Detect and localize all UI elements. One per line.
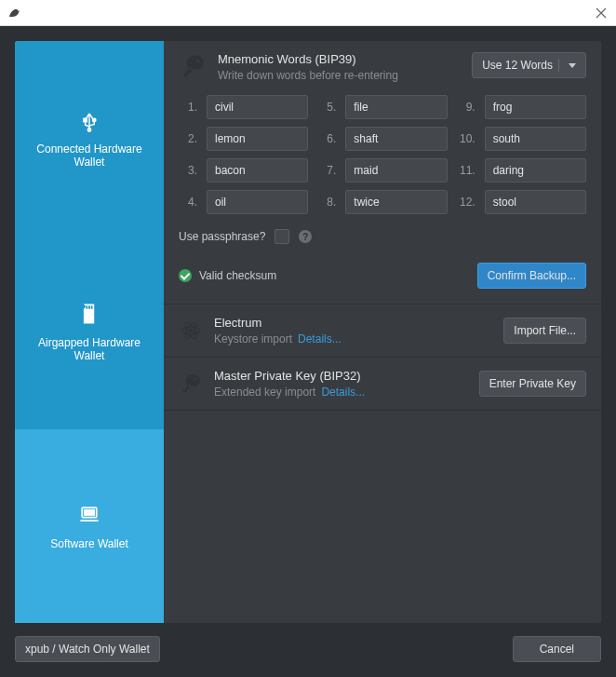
checksum-status: Valid checksum [179, 269, 276, 282]
close-icon[interactable] [594, 6, 609, 20]
chevron-down-icon [569, 63, 576, 68]
key-icon [179, 372, 203, 396]
svg-rect-3 [87, 306, 88, 310]
sidebar-item-software[interactable]: Software Wallet [15, 429, 164, 623]
word-input-3[interactable] [207, 158, 308, 183]
word-input-2[interactable] [207, 127, 308, 151]
word-index: 5. [317, 101, 336, 114]
check-circle-icon [179, 269, 192, 282]
atom-icon [179, 318, 203, 343]
import-file-button[interactable]: Import File... [503, 318, 586, 344]
watch-only-button[interactable]: xpub / Watch Only Wallet [15, 636, 160, 662]
electrum-panel: Electrum Keystore import Details... Impo… [164, 305, 601, 358]
cancel-button[interactable]: Cancel [513, 636, 601, 662]
electrum-title: Electrum [214, 316, 492, 330]
word-index: 7. [317, 164, 336, 177]
sidebar-item-airgapped-hw[interactable]: Airgapped Hardware Wallet [15, 235, 164, 428]
word-input-8[interactable] [345, 190, 447, 214]
word-count-label: Use 12 Words [482, 59, 553, 72]
word-input-1[interactable] [207, 95, 308, 119]
word-index: 11. [457, 164, 475, 177]
word-input-6[interactable] [345, 127, 447, 151]
electrum-details-link[interactable]: Details... [298, 332, 341, 345]
word-index: 1. [179, 101, 197, 114]
word-count-dropdown[interactable]: Use 12 Words [472, 52, 586, 78]
svg-rect-1 [84, 118, 87, 122]
mpk-title: Master Private Key (BIP32) [214, 369, 468, 383]
svg-point-11 [189, 329, 192, 332]
checksum-status-label: Valid checksum [199, 269, 276, 282]
laptop-icon [76, 502, 102, 528]
svg-rect-7 [84, 509, 95, 516]
mnemonic-words-grid: 1. 5. 9. 2. 6. 10. 3. 7. 11. 4. 8. 12. [179, 95, 586, 214]
word-input-4[interactable] [207, 190, 308, 214]
confirm-backup-button[interactable]: Confirm Backup... [477, 263, 586, 289]
usb-icon [76, 107, 102, 133]
sdcard-icon [76, 301, 102, 327]
sidebar-item-label: Connected Hardware Wallet [22, 142, 156, 169]
word-index: 12. [457, 196, 475, 209]
sidebar-item-connected-hw[interactable]: Connected Hardware Wallet [15, 41, 164, 235]
word-input-12[interactable] [485, 190, 586, 214]
word-index: 6. [317, 132, 336, 145]
passphrase-label: Use passphrase? [179, 230, 265, 243]
word-index: 9. [457, 101, 475, 114]
word-input-7[interactable] [345, 158, 447, 183]
svg-rect-5 [91, 306, 93, 310]
mnemonic-panel: Mnemonic Words (BIP39) Write down words … [164, 41, 601, 305]
word-input-5[interactable] [345, 95, 447, 119]
mnemonic-subtitle: Write down words before re-entering [218, 69, 461, 82]
key-icon [179, 52, 207, 80]
word-index: 2. [179, 132, 197, 145]
svg-rect-4 [88, 306, 90, 310]
mpk-subtitle: Extended key import [214, 386, 315, 399]
mnemonic-title: Mnemonic Words (BIP39) [218, 52, 461, 66]
word-index: 8. [317, 196, 336, 209]
sidebar-item-label: Airgapped Hardware Wallet [22, 336, 156, 362]
word-index: 10. [457, 132, 475, 145]
wallet-type-sidebar: Connected Hardware Wallet Airgapped Hard… [15, 41, 164, 623]
mpk-details-link[interactable]: Details... [321, 386, 365, 399]
svg-point-0 [87, 129, 91, 132]
word-input-11[interactable] [485, 158, 586, 183]
word-index: 3. [179, 164, 197, 177]
passphrase-checkbox[interactable] [275, 229, 289, 244]
enter-private-key-button[interactable]: Enter Private Key [479, 371, 586, 397]
sidebar-item-label: Software Wallet [50, 537, 128, 550]
help-icon[interactable]: ? [299, 230, 312, 243]
word-input-9[interactable] [485, 95, 586, 119]
mpk-panel: Master Private Key (BIP32) Extended key … [164, 358, 601, 411]
word-index: 4. [179, 196, 197, 209]
window-titlebar [0, 0, 616, 26]
svg-point-2 [93, 118, 97, 122]
electrum-subtitle: Keystore import [214, 332, 292, 345]
app-bird-icon [7, 6, 22, 20]
word-input-10[interactable] [485, 127, 586, 151]
